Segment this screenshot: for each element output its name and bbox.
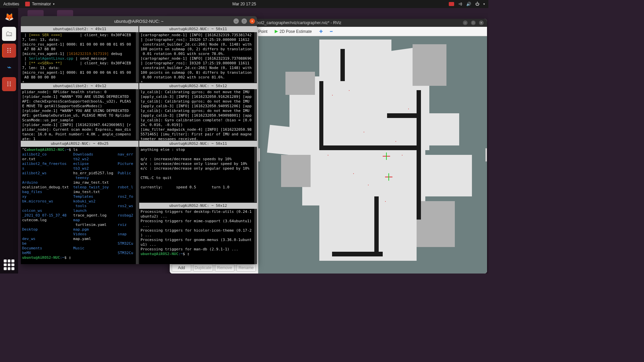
pane-teleop[interactable]: ubuntu@AiROS2-NUC: ~ 50x11 anything else… [139, 141, 257, 202]
dock-vscode[interactable]: ⌁ [2, 60, 16, 74]
pane-rplidar[interactable]: ubuntu@ailibot2: ~ 49x12 plidar_node]: R… [21, 83, 139, 140]
remove-button[interactable]: Remove [215, 264, 234, 272]
pane-output: anything else : stop q/z : increase/decr… [139, 147, 257, 202]
pose-arrow-icon [275, 30, 278, 33]
dock-files[interactable]: 🗂 [2, 27, 16, 41]
panel-collapse-right[interactable] [485, 148, 487, 162]
pane-scrollbar[interactable] [254, 209, 257, 264]
duplicate-button[interactable]: Duplicate [193, 264, 213, 272]
minus-icon: ━ [330, 29, 332, 34]
pane-cartographer[interactable]: ubuntu@AiROS2-NUC: ~ 50x11 [cartographer… [139, 26, 257, 82]
pane-title: ubuntu@AiROS2-NUC: ~ 50x11 [139, 26, 257, 32]
gnome-topbar: Activities Terminator ▾ Mar 20 17:25 ⏿ 🔊… [0, 0, 488, 8]
pane-output: ^Cubuntu@AiROS2-NUC:~$ ls ailibot2_co Do… [21, 147, 139, 264]
pane-title: ubuntu@AiROS2-NUC: ~ 50x12 [139, 83, 257, 89]
keyboard-indicator-icon[interactable] [449, 2, 454, 6]
minimize-icon[interactable]: – [233, 18, 239, 24]
pane-output: [cartographer_node-1] [INFO] [1616232319… [139, 32, 257, 82]
pane-scrollbar[interactable] [136, 147, 139, 264]
plus-icon: ✚ [319, 29, 323, 34]
pane-imu-calib[interactable]: ubuntu@AiROS2-NUC: ~ 50x12 ly_calib]: Ca… [139, 83, 257, 140]
network-icon[interactable]: ⏿ [458, 2, 462, 6]
activities-button[interactable]: Activities [3, 2, 19, 6]
terminator-icon [25, 2, 30, 6]
pane-title: ubuntu@ailibot2: ~ 49x12 [21, 83, 139, 89]
app-menu-label: Terminator [32, 2, 51, 6]
pane-scrollbar[interactable] [254, 32, 257, 82]
pane-title: ubuntu@AiROS2-NUC: ~ 50x12 [139, 203, 257, 209]
chevron-down-icon: ▾ [53, 2, 55, 6]
pane-title: ubuntu@ailibot2: ~ 49x11 [21, 26, 139, 32]
maximize-icon[interactable]: □ [471, 20, 476, 25]
pane-scrollbar[interactable] [254, 89, 257, 140]
pane-title: ubuntu@AiROS2-NUC: ~ 50x11 [139, 141, 257, 147]
pane-title: ubuntu@AiROS2-NUC: ~ 49x25 [21, 141, 139, 147]
tool-pose[interactable]: 2D Pose Estimate [273, 28, 313, 35]
clock[interactable]: Mar 20 17:25 [232, 2, 256, 6]
pane-output: ly_calib]: Calibrating gyros; do not mov… [139, 89, 257, 140]
volume-icon[interactable]: 🔊 [466, 2, 471, 6]
add-button[interactable]: Add [172, 264, 191, 272]
power-icon[interactable]: ⏻ [475, 2, 479, 6]
close-icon[interactable]: × [250, 18, 255, 24]
pane-scrollbar[interactable] [136, 32, 139, 82]
terminal-split-grid: ubuntu@ailibot2: ~ 49x11 | [==>> SER <<=… [21, 26, 257, 264]
dock: 🦊 🗂 ⁝⁝ ⌁ ⁝⁝ [0, 8, 18, 274]
pane-apt[interactable]: ubuntu@AiROS2-NUC: ~ 50x12 Processing tr… [139, 203, 257, 264]
rename-button[interactable]: Rename [236, 264, 256, 272]
tool-add-display[interactable]: ✚ [318, 28, 324, 35]
tool-remove-display[interactable]: ━ [329, 28, 334, 35]
tool-label: 2D Pose Estimate [279, 29, 312, 34]
rviz-3d-view[interactable] [258, 36, 487, 274]
pane-output: Processing triggers for desktop-file-uti… [139, 209, 257, 264]
terminal-titlebar[interactable]: ubuntu@AiROS2-NUC: ~ – □ × [21, 16, 257, 26]
dock-terminator[interactable]: ⁝⁝ [2, 44, 16, 58]
pane-micro-ros[interactable]: ubuntu@ailibot2: ~ 49x11 | [==>> SER <<=… [21, 26, 139, 82]
pane-output: | [==>> SER <<==] | client_key: 0x30F4CE… [21, 32, 139, 82]
dock-terminator-2[interactable]: ⁝⁝ [2, 77, 16, 91]
dock-firefox[interactable]: 🦊 [2, 10, 16, 24]
pane-scrollbar[interactable] [254, 147, 257, 202]
terminator-window: ubuntu@AiROS2-NUC: ~ – □ × ubuntu@ailibo… [21, 16, 257, 264]
maximize-icon[interactable]: □ [241, 18, 247, 24]
chevron-down-icon: ▾ [483, 2, 485, 6]
show-applications[interactable] [4, 259, 14, 270]
pane-ls[interactable]: ubuntu@AiROS2-NUC: ~ 49x25 ^Cubuntu@AiRO… [21, 141, 139, 264]
app-menu[interactable]: Terminator ▾ [25, 2, 55, 6]
pane-output: plidar_node]: RPlidar health status: 0 [… [21, 89, 139, 140]
close-icon[interactable]: × [479, 20, 484, 25]
pane-scrollbar[interactable] [136, 89, 139, 140]
slam-map [268, 40, 480, 270]
terminal-title: ubuntu@AiROS2-NUC: ~ [114, 19, 163, 24]
panel-collapse-left[interactable] [258, 148, 260, 162]
minimize-icon[interactable]: – [463, 20, 468, 25]
